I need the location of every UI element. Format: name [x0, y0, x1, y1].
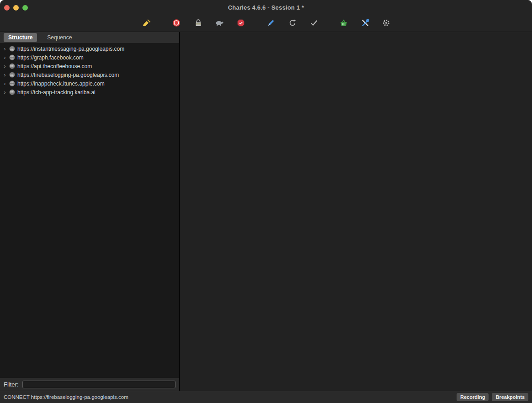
record-button[interactable] — [170, 18, 182, 30]
globe-icon — [9, 63, 15, 69]
lock-icon — [194, 18, 203, 29]
tree-row[interactable]: › https://inappcheck.itunes.apple.com — [0, 79, 179, 88]
circular-arrow-icon — [288, 18, 297, 29]
tools-button[interactable] — [359, 18, 371, 30]
tree-row[interactable]: › https://api.thecoffeehouse.com — [0, 62, 179, 70]
clear-session-button[interactable] — [141, 18, 153, 30]
tab-sequence[interactable]: Sequence — [43, 33, 76, 42]
traffic-lights — [4, 5, 28, 11]
tree-row[interactable]: › https://instantmessaging-pa.googleapis… — [0, 44, 179, 53]
disclosure-chevron-icon[interactable]: › — [3, 54, 7, 60]
toolbar — [0, 15, 532, 32]
breakpoints-badge[interactable]: Breakpoints — [492, 393, 528, 401]
close-button[interactable] — [4, 5, 10, 11]
throttling-button[interactable] — [213, 18, 225, 30]
main-panel — [180, 32, 532, 391]
filter-label: Filter: — [4, 381, 19, 388]
globe-icon — [9, 81, 15, 86]
host-label: https://api.thecoffeehouse.com — [17, 63, 92, 70]
zoom-button[interactable] — [22, 5, 28, 11]
tab-structure[interactable]: Structure — [4, 33, 37, 42]
disclosure-chevron-icon[interactable]: › — [3, 63, 7, 69]
repeat-button[interactable] — [287, 18, 298, 30]
disclosure-chevron-icon[interactable]: › — [3, 46, 7, 52]
host-label: https://instantmessaging-pa.googleapis.c… — [17, 46, 124, 52]
stop-octagon-icon — [236, 18, 245, 29]
host-label: https://tch-app-tracking.kariba.ai — [17, 89, 96, 96]
globe-icon — [9, 72, 15, 78]
tree-row[interactable]: › https://tch-app-tracking.kariba.ai — [0, 88, 179, 97]
gear-icon — [382, 18, 391, 29]
minimize-button[interactable] — [13, 5, 19, 11]
disclosure-chevron-icon[interactable]: › — [3, 81, 7, 86]
title-bar: Charles 4.6.6 - Session 1 * — [0, 0, 532, 15]
host-label: https://inappcheck.itunes.apple.com — [17, 81, 105, 87]
filter-bar: Filter: — [0, 378, 179, 391]
disclosure-chevron-icon[interactable]: › — [3, 89, 7, 95]
host-tree: › https://instantmessaging-pa.googleapis… — [0, 43, 179, 378]
host-label: https://firebaselogging-pa.googleapis.co… — [17, 72, 119, 78]
shopping-basket-button[interactable] — [338, 18, 350, 30]
broom-icon — [142, 18, 152, 30]
content-area: Structure Sequence › https://instantmess… — [0, 32, 532, 391]
pen-icon — [266, 18, 276, 29]
breakpoints-button[interactable] — [235, 18, 247, 30]
globe-icon — [9, 54, 15, 60]
compose-button[interactable] — [265, 18, 277, 30]
globe-icon — [9, 46, 15, 52]
charles-window: Charles 4.6.6 - Session 1 * — [0, 0, 532, 403]
host-label: https://graph.facebook.com — [17, 54, 84, 61]
tree-row[interactable]: › https://graph.facebook.com — [0, 53, 179, 62]
sidebar-tab-bar: Structure Sequence — [0, 32, 179, 43]
check-icon — [309, 18, 319, 29]
globe-icon — [9, 89, 15, 95]
turtle-icon — [214, 18, 224, 30]
status-text: CONNECT https://firebaselogging-pa.googl… — [4, 394, 453, 400]
disclosure-chevron-icon[interactable]: › — [3, 72, 7, 78]
sidebar: Structure Sequence › https://instantmess… — [0, 32, 180, 391]
filter-input[interactable] — [22, 381, 176, 388]
window-title: Charles 4.6.6 - Session 1 * — [228, 4, 304, 11]
basket-icon — [339, 18, 348, 29]
validate-button[interactable] — [308, 18, 320, 30]
ssl-proxying-button[interactable] — [192, 18, 204, 30]
settings-button[interactable] — [380, 18, 392, 30]
status-bar: CONNECT https://firebaselogging-pa.googl… — [0, 391, 532, 403]
tree-row[interactable]: › https://firebaselogging-pa.googleapis.… — [0, 70, 179, 79]
recording-badge[interactable]: Recording — [457, 393, 489, 401]
wrench-screwdriver-icon — [361, 18, 370, 29]
record-icon — [172, 18, 181, 29]
